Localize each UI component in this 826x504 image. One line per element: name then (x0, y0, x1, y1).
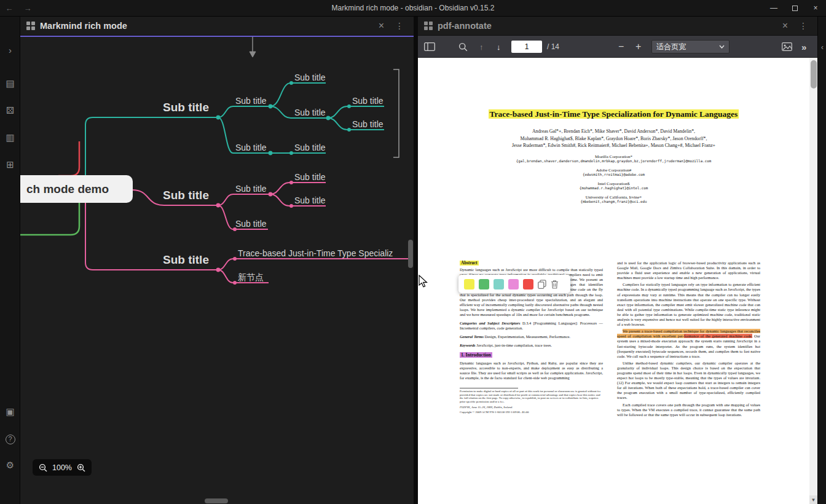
vertical-scrollbar-thumb[interactable] (408, 240, 413, 268)
zoom-in-button[interactable]: + (635, 36, 641, 58)
export-image-icon[interactable]: ▣ (0, 406, 20, 417)
general-terms-text: Design, Experimentation, Measurement, Pe… (484, 334, 570, 339)
annotation-image-icon[interactable] (782, 36, 792, 58)
mindmap-tab-header[interactable]: Markmind rich mode × ⋮ (20, 17, 414, 36)
zoom-in-icon[interactable] (77, 463, 85, 472)
tab-grid-icon (26, 22, 35, 30)
random-note-icon[interactable]: ⚄ (0, 105, 20, 116)
mindmap-node[interactable]: Sub title (352, 96, 384, 106)
mindmap-root-node[interactable]: ch mode demo (20, 175, 133, 203)
highlight-color-pink[interactable] (508, 279, 519, 289)
mindmap-pane: Markmind rich mode × ⋮ (20, 17, 414, 504)
summary-bracket (393, 69, 399, 157)
rich-mode-icon[interactable]: ▥ (0, 132, 20, 143)
pdf-toolbar: ↑ ↓ / 14 − + 适合页宽 » (418, 36, 817, 58)
conference-line: PLDI'09, June 15–20, 2009, Dublin, Irela… (460, 406, 603, 409)
mindmap-branch-lines (20, 37, 414, 504)
next-page-icon[interactable]: ↓ (497, 36, 501, 58)
toggle-sidebar-icon[interactable] (424, 36, 435, 58)
search-icon[interactable] (458, 36, 468, 58)
expand-right-sidebar-icon[interactable]: ‹ (818, 42, 826, 52)
close-tab-icon[interactable]: × (779, 20, 791, 31)
mindmap-node[interactable]: Sub title (235, 184, 267, 194)
mindmap-node[interactable]: 新节点 (238, 272, 264, 283)
mindmap-tab-title: Markmind rich mode (40, 21, 127, 31)
minimize-button[interactable]: — (763, 0, 784, 16)
forward-icon[interactable]: → (18, 4, 37, 13)
zoom-control: 100% (33, 459, 92, 476)
delete-annotation-icon[interactable] (551, 280, 559, 289)
markmind-note-icon[interactable]: ▤ (0, 78, 20, 89)
pane-divider[interactable] (414, 17, 418, 504)
pdf-viewer[interactable]: Trace-based Just-in-Time Type Specializa… (418, 58, 817, 504)
pdf-scrollbar-thumb[interactable] (811, 60, 817, 89)
window-title: Markmind rich mode - obsidian - Obsidian… (0, 4, 826, 12)
zoom-out-icon[interactable] (39, 463, 47, 472)
highlight-color-yellow[interactable] (464, 279, 474, 289)
highlight-annotation-strong[interactable]: formance of the generated machine code. (684, 334, 752, 338)
mindmap-node[interactable]: Sub title (294, 143, 326, 152)
body-paragraph: We present a trace-based compilation tec… (617, 329, 760, 359)
previous-page-icon[interactable]: ↑ (479, 36, 484, 58)
abstract-heading-highlight[interactable]: Abstract (460, 261, 479, 266)
more-options-icon[interactable]: ⋮ (392, 21, 407, 31)
permission-note: Permission to make digital or hard copie… (460, 390, 603, 404)
paper-affiliations: Mozilla Corporation* {gal,brendan,shaver… (418, 154, 809, 203)
pdf-column-right: and is used for the application logic of… (617, 261, 760, 419)
pdf-page-header: Trace-based Just-in-Time Type Specializa… (418, 108, 809, 203)
mindmap-node[interactable]: Sub title (352, 119, 384, 129)
mindmap-node[interactable]: Trace-based Just-in-Time Type Specializ (238, 248, 393, 258)
highlight-color-cyan[interactable] (494, 279, 504, 289)
highlight-color-red[interactable] (523, 279, 533, 289)
keywords-label: Keywords (460, 343, 476, 347)
grid-view-icon[interactable]: ⊞ (0, 159, 20, 170)
mindmap-node[interactable]: Sub title (294, 108, 326, 117)
mindmap-node[interactable]: Sub title (294, 73, 326, 82)
copy-annotation-icon[interactable] (538, 280, 546, 289)
zoom-mode-select[interactable]: 适合页宽 (651, 40, 730, 53)
close-button[interactable]: × (805, 0, 826, 16)
body-paragraph: and is used for the application logic of… (617, 261, 760, 280)
titlebar: ← → Markmind rich mode - obsidian - Obsi… (0, 0, 826, 17)
pdf-pane: pdf-annotate × ⋮ ↑ ↓ / 14 − + 适合页宽 » Tra… (418, 17, 817, 504)
expand-sidebar-icon[interactable]: › (0, 45, 20, 56)
introduction-heading-highlight[interactable]: 1. Introduction (460, 352, 492, 358)
back-icon[interactable]: ← (0, 4, 18, 13)
keywords-text: JavaScript, just-in-time compilation, tr… (476, 343, 552, 347)
copyright-line: Copyright © 2009 ACM 978-1-60558-392-1/0… (460, 411, 603, 414)
mindmap-node[interactable]: Sub title (235, 143, 267, 152)
categories-label: Categories and Subject Descriptors (460, 321, 520, 325)
body-paragraph: Unlike method-based dynamic compilers, o… (617, 361, 760, 401)
page-number-input[interactable] (511, 41, 542, 53)
mindmap-node[interactable]: Sub title (163, 189, 209, 202)
mindmap-node[interactable]: Sub title (235, 96, 267, 106)
help-icon[interactable]: ? (0, 433, 20, 444)
green-branch-line (20, 203, 79, 235)
teal-branch-lines (85, 83, 384, 176)
right-sidebar-strip: ‹ (817, 17, 826, 504)
horizontal-scrollbar-thumb[interactable] (205, 498, 228, 503)
more-options-icon[interactable]: ⋮ (796, 21, 811, 31)
mindmap-node[interactable]: Sub title (235, 219, 267, 229)
general-terms-label: General Terms (460, 334, 484, 339)
mindmap-node[interactable]: Sub title (163, 253, 209, 267)
close-tab-icon[interactable]: × (376, 20, 387, 31)
summary-arrow (250, 37, 256, 57)
scroll-down-arrow[interactable]: ▼ (809, 495, 817, 504)
chevron-down-icon (719, 45, 725, 49)
paper-title[interactable]: Trace-based Just-in-Time Type Specializa… (418, 108, 809, 120)
mindmap-node[interactable]: Sub title (163, 101, 209, 114)
pdf-tab-header[interactable]: pdf-annotate × ⋮ (418, 17, 817, 36)
mindmap-node[interactable]: Sub title (294, 172, 326, 182)
left-ribbon: › ▤ ⚄ ▥ ⊞ ▣ ? ⚙ (0, 17, 20, 504)
mindmap-canvas[interactable]: ch mode demo Sub title Sub title Sub tit… (20, 36, 414, 504)
pdf-scrollbar-track[interactable]: ▼ (809, 58, 817, 504)
mindmap-node[interactable]: Sub title (294, 195, 326, 205)
maximize-icon (792, 6, 798, 11)
more-tools-icon[interactable]: » (801, 36, 806, 58)
maximize-button[interactable] (784, 0, 805, 16)
highlight-color-green[interactable] (479, 279, 489, 289)
zoom-out-button[interactable]: − (618, 36, 624, 58)
tab-grid-icon (424, 22, 433, 30)
settings-icon[interactable]: ⚙ (0, 460, 20, 471)
